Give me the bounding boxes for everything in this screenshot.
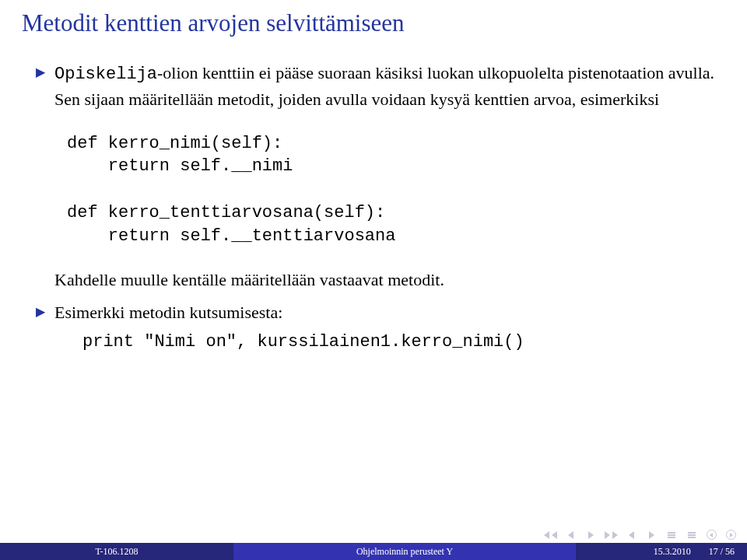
- nav-outline-2-icon[interactable]: [686, 530, 697, 540]
- footer-date: 15.3.2010: [654, 546, 691, 558]
- bullet-item-1: ▶ Opiskelija-olion kenttiin ei pääse suo…: [36, 61, 725, 112]
- nav-outline-icon[interactable]: [666, 530, 677, 540]
- footer-page-current: 17: [709, 546, 718, 558]
- nav-redo-icon[interactable]: [726, 530, 736, 540]
- bullet-item-2: ▶ Esimerkki metodin kutsumisesta:: [36, 300, 725, 325]
- footer-right: 15.3.2010 17 / 56: [576, 543, 747, 560]
- note-text: Kahdelle muulle kentälle määritellään va…: [54, 268, 725, 292]
- nav-next-section-icon[interactable]: [646, 530, 657, 540]
- nav-prev-icon[interactable]: [565, 530, 576, 540]
- nav-prev-section-icon[interactable]: [626, 530, 637, 540]
- bullet-2-text: Esimerkki metodin kutsumisesta:: [54, 303, 282, 322]
- slide-title: Metodit kenttien arvojen selvittämiseen: [22, 9, 725, 37]
- nav-next-icon[interactable]: [585, 530, 596, 540]
- bullet-1-code-word: Opiskelija: [54, 65, 157, 84]
- nav-undo-icon[interactable]: [707, 530, 717, 540]
- footer-bar: T-106.1208 Ohjelmoinnin perusteet Y 15.3…: [0, 543, 747, 560]
- footer-course-code: T-106.1208: [0, 543, 233, 560]
- inline-code: print "Nimi on", kurssilainen1.kerro_nim…: [82, 330, 725, 355]
- code-block: def kerro_nimi(self): return self.__nimi…: [67, 132, 725, 247]
- triangle-bullet-icon: ▶: [36, 303, 45, 320]
- triangle-bullet-icon: ▶: [36, 63, 45, 81]
- nav-first-icon[interactable]: [545, 530, 556, 540]
- footer-course-name: Ohjelmoinnin perusteet Y: [233, 543, 576, 560]
- nav-icons: [545, 530, 736, 540]
- footer-page-slash: /: [718, 546, 725, 558]
- slide: Metodit kenttien arvojen selvittämiseen …: [0, 0, 747, 560]
- footer-page-sep: [699, 546, 701, 558]
- nav-last-icon[interactable]: [605, 530, 616, 540]
- footer-page-total: 56: [725, 546, 735, 558]
- content-area: ▶ Opiskelija-olion kenttiin ei pääse suo…: [36, 61, 725, 355]
